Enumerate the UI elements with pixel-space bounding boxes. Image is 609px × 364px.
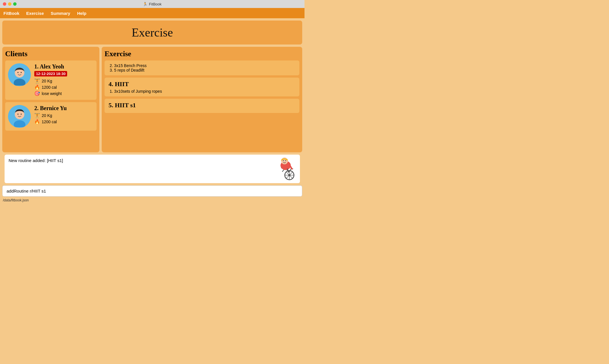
exercise-item-deadlift: 3. 5 reps of Deadlift xyxy=(110,68,295,72)
menubar: FitBook Exercise Summary Help xyxy=(0,8,304,18)
status-path: /data/fitbook.json xyxy=(3,198,29,202)
exercise-card-hiit-s1[interactable]: 5. HIIT s1 xyxy=(105,99,299,113)
exercise-item-bench: 2. 3x15 Bench Press xyxy=(110,63,295,68)
client-info-alex: 1. Alex Yeoh 12-12-2023 18:30 🏋 20 Kg 🔥 … xyxy=(34,63,94,97)
avatar-bernice xyxy=(8,105,31,128)
close-button[interactable] xyxy=(3,2,6,6)
maximize-button[interactable] xyxy=(13,2,17,6)
avatar-alex xyxy=(8,63,31,86)
exercise-card-hiit[interactable]: 4. HIIT 1. 3x10sets of Jumping ropes xyxy=(105,78,299,96)
client-cal-alex: 🔥 1200 cal xyxy=(34,84,94,90)
clients-panel-title: Clients xyxy=(5,50,97,58)
client-card-alex[interactable]: 1. Alex Yeoh 12-12-2023 18:30 🏋 20 Kg 🔥 … xyxy=(5,60,97,100)
mascot-image xyxy=(274,155,299,180)
page-title: Exercise xyxy=(7,26,297,39)
app-icon: 🏃 xyxy=(143,2,147,6)
exercise-panel: Exercise 2. 3x15 Bench Press 3. 5 reps o… xyxy=(102,47,302,152)
client-goal-alex: 🎯 lose weight xyxy=(34,91,94,96)
command-input[interactable] xyxy=(2,185,302,197)
client-weight-alex: 🏋 20 Kg xyxy=(34,78,94,84)
status-bar: /data/fitbook.json xyxy=(0,198,304,203)
svg-point-9 xyxy=(21,114,22,115)
exercise-title-hiit-s1: 5. HIIT s1 xyxy=(109,102,295,109)
log-message: New routine added: [HIIT s1] xyxy=(9,158,63,163)
weight-icon-2: 🏋 xyxy=(34,113,40,118)
log-area: New routine added: [HIIT s1] xyxy=(5,155,300,183)
menu-help[interactable]: Help xyxy=(77,11,87,16)
fire-icon-2: 🔥 xyxy=(34,119,40,124)
window-controls[interactable] xyxy=(3,2,17,6)
client-weight-bernice: 🏋 20 Kg xyxy=(34,113,94,118)
menu-fitbook[interactable]: FitBook xyxy=(3,11,19,16)
fire-icon: 🔥 xyxy=(34,84,40,90)
svg-point-23 xyxy=(283,160,284,161)
exercise-list: 2. 3x15 Bench Press 3. 5 reps of Deadlif… xyxy=(105,60,299,149)
exercise-item-jumping: 1. 3x10sets of Jumping ropes xyxy=(110,89,295,94)
exercise-title-hiit: 4. HIIT xyxy=(109,80,295,88)
svg-point-8 xyxy=(17,114,19,115)
main-content: Clients xyxy=(2,47,302,152)
log-container: New routine added: [HIIT s1] xyxy=(2,155,302,183)
clients-panel: Clients xyxy=(2,47,99,152)
clients-list: 1. Alex Yeoh 12-12-2023 18:30 🏋 20 Kg 🔥 … xyxy=(5,60,97,149)
menu-summary[interactable]: Summary xyxy=(51,11,70,16)
client-name-bernice: 2. Bernice Yu xyxy=(34,105,94,112)
svg-point-4 xyxy=(21,72,22,73)
client-date-alex: 12-12-2023 18:30 xyxy=(34,71,67,76)
client-card-bernice[interactable]: 2. Bernice Yu 🏋 20 Kg 🔥 1200 cal xyxy=(5,102,97,131)
svg-line-26 xyxy=(287,169,289,172)
client-cal-bernice: 🔥 1200 cal xyxy=(34,119,94,124)
exercise-panel-title: Exercise xyxy=(105,50,299,58)
client-info-bernice: 2. Bernice Yu 🏋 20 Kg 🔥 1200 cal xyxy=(34,105,94,125)
exercise-card-strength[interactable]: 2. 3x15 Bench Press 3. 5 reps of Deadlif… xyxy=(105,60,299,75)
app-title: 🏃 FitBook xyxy=(143,2,161,6)
goal-icon: 🎯 xyxy=(34,91,40,96)
page-header: Exercise xyxy=(2,21,302,45)
menu-exercise[interactable]: Exercise xyxy=(26,11,44,16)
minimize-button[interactable] xyxy=(8,2,11,6)
weight-icon: 🏋 xyxy=(34,78,40,84)
titlebar: 🏃 FitBook xyxy=(0,0,304,8)
svg-point-24 xyxy=(285,160,286,161)
client-name-alex: 1. Alex Yeoh xyxy=(34,63,94,70)
svg-point-3 xyxy=(17,72,19,73)
